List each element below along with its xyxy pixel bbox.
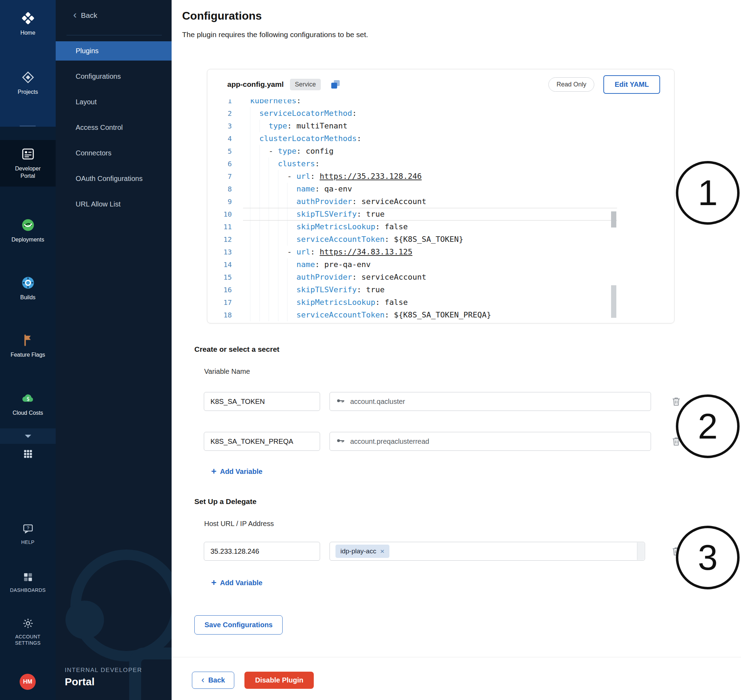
variable-name-input[interactable]	[204, 392, 320, 411]
line-number: 10	[220, 208, 232, 221]
line-number: 9	[220, 195, 232, 208]
yaml-filename: app-config.yaml	[227, 80, 284, 88]
host-url-label: Host URL / IP Address	[204, 519, 741, 528]
editor-scrollbar-thumb[interactable]	[611, 212, 616, 228]
rail-item-feature-flags[interactable]: Feature Flags	[0, 332, 56, 359]
deployments-icon	[20, 217, 36, 233]
trash-icon[interactable]	[670, 396, 682, 407]
code-line: 9 authProvider: serviceAccount	[220, 195, 617, 208]
code-line: 16 skipTLSVerify: true	[220, 284, 617, 296]
rail-item-label: Feature Flags	[10, 351, 45, 359]
variable-name-input[interactable]	[204, 432, 320, 451]
avatar[interactable]: HM	[20, 674, 36, 690]
module-sidebar: ‹ Back Plugins Configurations Layout Acc…	[56, 0, 172, 700]
line-number: 18	[220, 309, 232, 321]
rail-divider	[20, 126, 36, 126]
sidebar-item-url-allow-list[interactable]: URL Allow List	[56, 195, 172, 214]
delegate-chip[interactable]: idp-play-acc ×	[336, 545, 389, 558]
back-button-label: Back	[208, 676, 225, 684]
sidebar-item-layout[interactable]: Layout	[56, 93, 172, 112]
line-number: 7	[220, 170, 232, 183]
add-variable-label: Add Variable	[220, 468, 262, 476]
settings-icon	[22, 618, 34, 631]
key-icon	[336, 396, 345, 407]
add-variable-button[interactable]: + Add Variable	[211, 468, 262, 476]
line-number: 3	[220, 120, 232, 132]
line-number: 5	[220, 145, 232, 157]
sidebar-divider	[66, 35, 162, 35]
variable-name-label: Variable Name	[204, 367, 741, 375]
delegate-chip-label: idp-play-acc	[340, 547, 376, 555]
service-badge: Service	[290, 79, 321, 90]
secret-select-field[interactable]: account.qacluster	[330, 392, 651, 411]
disable-plugin-button[interactable]: Disable Plugin	[245, 672, 314, 689]
line-number: 1	[220, 99, 232, 107]
developer-portal-icon	[20, 146, 36, 162]
delegate-select-field[interactable]: idp-play-acc ×	[330, 542, 645, 561]
projects-icon	[20, 70, 36, 85]
code-line: 7 - url: https://35.233.128.246	[220, 170, 617, 183]
rail-item-help[interactable]: ? HELP	[0, 523, 56, 545]
yaml-editor[interactable]: 1 kubernetes: 2 serviceLocatorMethod: 3 …	[220, 99, 617, 324]
collapse-nav-button[interactable]	[0, 428, 56, 444]
sidebar-item-connectors[interactable]: Connectors	[56, 144, 172, 163]
back-button[interactable]: ‹ Back	[192, 672, 234, 689]
rail-item-label: DASHBOARDS	[10, 587, 46, 593]
page-subtitle: The plugin requires the following config…	[182, 30, 741, 39]
rail-item-label: Projects	[18, 88, 38, 96]
sidebar-item-label: Connectors	[76, 149, 111, 157]
line-number: 14	[220, 258, 232, 271]
sidebar-decor-dot	[65, 601, 104, 639]
host-url-input[interactable]	[204, 542, 320, 561]
code-line: 4 clusterLocatorMethods:	[220, 132, 617, 145]
yaml-card-header: app-config.yaml Service Read Only Edit Y…	[207, 69, 674, 99]
module-launcher-button[interactable]	[0, 449, 56, 460]
sidebar-footer: INTERNAL DEVELOPER Portal	[65, 667, 142, 688]
grid-icon	[23, 449, 33, 460]
svg-text:$: $	[26, 396, 29, 402]
rail-item-cloud-costs[interactable]: $ Cloud Costs	[0, 391, 56, 416]
dashboards-icon	[22, 572, 34, 584]
help-icon: ?	[22, 523, 34, 536]
plus-icon: +	[211, 468, 217, 475]
rail-item-deployments[interactable]: Deployments	[0, 217, 56, 243]
code-line: 1 kubernetes:	[220, 99, 617, 107]
rail-item-builds[interactable]: Builds	[0, 275, 56, 301]
code-line: 17 skipMetricsLookup: false	[220, 296, 617, 309]
annotation-circle-1: 1	[676, 161, 740, 225]
sidebar-item-oauth-configurations[interactable]: OAuth Configurations	[56, 169, 172, 188]
edit-yaml-button[interactable]: Edit YAML	[603, 75, 660, 94]
rail-item-account-settings[interactable]: ACCOUNT SETTINGS	[0, 618, 56, 646]
secret-variable-row: account.preqaclusterread	[204, 432, 741, 451]
code-line: 14 name: pre-qa-env	[220, 258, 617, 271]
sidebar-item-configurations[interactable]: Configurations	[56, 67, 172, 86]
sidebar-item-access-control[interactable]: Access Control	[56, 118, 172, 137]
chevron-down-icon	[25, 435, 31, 438]
code-line: 18 serviceAccountToken: ${K8S_SA_TOKEN_P…	[220, 309, 617, 321]
harness-logo-icon	[20, 10, 36, 26]
rail-item-label: Deployments	[12, 236, 44, 243]
code-line: 2 serviceLocatorMethod:	[220, 107, 617, 120]
footer-divider	[172, 657, 741, 657]
add-variable-button-delegate[interactable]: + Add Variable	[211, 579, 262, 587]
secret-variable-row: account.qacluster	[204, 392, 741, 411]
line-number: 6	[220, 157, 232, 170]
sidebar-item-plugins[interactable]: Plugins	[56, 41, 172, 60]
rail-item-projects[interactable]: Projects	[0, 70, 56, 96]
line-number: 12	[220, 233, 232, 246]
line-number: 8	[220, 183, 232, 195]
rail-item-developer-portal[interactable]: Developer Portal	[0, 140, 56, 187]
back-link[interactable]: ‹ Back	[73, 11, 97, 20]
page-title: Configurations	[182, 9, 741, 22]
rail-item-dashboards[interactable]: DASHBOARDS	[0, 572, 56, 593]
yaml-url: https://34.83.13.125	[320, 247, 412, 256]
copy-icon[interactable]	[330, 79, 341, 90]
save-configurations-button[interactable]: Save Configurations	[194, 615, 283, 635]
secret-select-field[interactable]: account.preqaclusterread	[330, 432, 651, 451]
rail-item-home[interactable]: Home	[0, 10, 56, 37]
app-root: Home Projects Developer Portal Deploymen…	[0, 0, 741, 700]
rail-item-label: HELP	[21, 539, 34, 545]
line-number: 2	[220, 107, 232, 120]
chip-close-icon[interactable]: ×	[380, 548, 384, 555]
feature-flags-icon	[20, 332, 36, 348]
